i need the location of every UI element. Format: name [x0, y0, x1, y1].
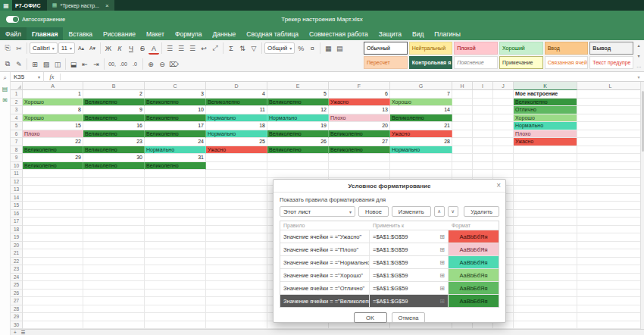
gallery-down-icon[interactable]: ▾	[637, 52, 639, 60]
cell-C24[interactable]	[145, 274, 206, 282]
cell-B1[interactable]: 2	[83, 90, 145, 99]
column-header-E[interactable]: E	[267, 82, 329, 90]
cell-A30[interactable]	[23, 321, 83, 330]
cell-C29[interactable]	[145, 313, 206, 321]
cell-A7[interactable]: 22	[23, 138, 83, 146]
cell-H3[interactable]	[452, 106, 473, 114]
cell-L21[interactable]	[577, 249, 644, 258]
cell-B17[interactable]	[83, 218, 145, 226]
cell-A27[interactable]	[23, 297, 83, 305]
row-header-14[interactable]: 14	[11, 194, 23, 202]
cell-C26[interactable]	[145, 290, 206, 298]
copy-icon[interactable]: ⧉	[2, 58, 13, 70]
ok-button[interactable]: OK	[354, 312, 387, 323]
cell-E11[interactable]	[267, 170, 329, 178]
gallery-more-icon[interactable]: ⋯	[636, 63, 641, 70]
row-header-12[interactable]: 12	[11, 178, 23, 186]
cell-D16[interactable]	[206, 210, 267, 218]
cell-H7[interactable]	[452, 138, 473, 146]
cell-I5[interactable]	[473, 122, 493, 130]
cell-C27[interactable]	[145, 297, 206, 305]
cell-B19[interactable]	[83, 233, 145, 242]
sheet-list-icon[interactable]: ☰	[21, 330, 26, 335]
cell-J8[interactable]	[493, 146, 514, 155]
number-format-select[interactable]: Общий▾	[264, 42, 295, 54]
cell-I11[interactable]	[473, 170, 493, 178]
cell-I9[interactable]	[473, 154, 493, 162]
cell-G8[interactable]: Нормально	[390, 146, 452, 155]
cell-D20[interactable]	[206, 242, 267, 250]
cell-B30[interactable]	[83, 321, 145, 330]
cell-F5[interactable]: 20	[329, 122, 390, 130]
cell-B8[interactable]: Великолепно	[83, 146, 145, 155]
cell-L19[interactable]	[577, 233, 644, 242]
cell-D14[interactable]	[206, 194, 267, 202]
cell-C18[interactable]	[145, 226, 206, 234]
filter-icon[interactable]: ▽	[249, 42, 259, 55]
cell-C20[interactable]	[145, 242, 206, 250]
cell-K18[interactable]	[514, 226, 577, 234]
cell-D12[interactable]	[206, 178, 267, 186]
rule-row-2[interactable]: Значение ячейки = ="Плохо"=$A$1:$G$59⊞Аа…	[280, 243, 499, 256]
row-header-7[interactable]: 7	[11, 138, 23, 146]
cell-G5[interactable]: 21	[390, 122, 452, 130]
cell-H11[interactable]	[452, 170, 473, 178]
cell-A11[interactable]	[23, 170, 83, 178]
cell-J10[interactable]	[493, 162, 514, 171]
gallery-up-icon[interactable]: ▴	[637, 42, 639, 49]
column-header-I[interactable]: I	[473, 82, 493, 90]
cell-A25[interactable]	[23, 281, 83, 290]
column-header-D[interactable]: D	[206, 82, 267, 90]
cell-H2[interactable]	[452, 99, 473, 107]
cell-D30[interactable]	[206, 321, 267, 330]
cell-style-Контрольная я[interactable]: Контрольная я	[409, 56, 453, 69]
cell-C17[interactable]	[145, 218, 206, 226]
row-header-4[interactable]: 4	[11, 114, 23, 123]
column-header-L[interactable]: L	[577, 82, 644, 90]
rule-row-1[interactable]: Значение ячейки = ="Ужасно"=$A$1:$G$59⊞А…	[280, 230, 499, 243]
cell-B28[interactable]	[83, 305, 145, 314]
cell-L25[interactable]	[577, 281, 644, 290]
cell-H9[interactable]	[452, 154, 473, 162]
cell-D6[interactable]: Нормально	[206, 130, 267, 139]
menu-tab-Плагины[interactable]: Плагины	[429, 27, 465, 40]
cell-A6[interactable]: Плохо	[23, 130, 83, 139]
cell-A12[interactable]	[23, 178, 83, 186]
cell-L11[interactable]	[577, 170, 644, 178]
italic-icon[interactable]: К	[114, 42, 125, 55]
cell-D18[interactable]	[206, 226, 267, 234]
cell-L9[interactable]	[577, 154, 644, 162]
select-range-icon[interactable]: ⊞	[439, 298, 445, 305]
row-header-15[interactable]: 15	[11, 202, 23, 210]
cell-D23[interactable]	[206, 265, 267, 274]
cell-F3[interactable]: 13	[329, 106, 390, 114]
cell-B27[interactable]	[83, 297, 145, 305]
cell-L23[interactable]	[577, 265, 644, 274]
cell-G10[interactable]	[390, 162, 452, 171]
cell-A19[interactable]	[23, 233, 83, 242]
row-header-10[interactable]: 10	[11, 162, 23, 171]
cell-E4[interactable]: Нормально	[267, 114, 329, 123]
row-header-24[interactable]: 24	[11, 274, 23, 282]
cell-I6[interactable]	[473, 130, 493, 139]
app-menu-icon[interactable]: ▦	[0, 0, 12, 11]
cell-A4[interactable]: Хорошо	[23, 114, 83, 123]
cell-J3[interactable]	[493, 106, 514, 114]
cell-G4[interactable]: Великолепно	[390, 114, 452, 123]
font-name-select[interactable]: Calibri▾	[30, 42, 58, 54]
column-header-A[interactable]: A	[23, 82, 83, 90]
sort-icon[interactable]: ⇅	[237, 42, 248, 55]
cell-E10[interactable]	[267, 162, 329, 171]
cell-L10[interactable]	[577, 162, 644, 171]
cell-L27[interactable]	[577, 297, 644, 305]
cell-E6[interactable]: Великолепно	[267, 130, 329, 139]
menu-tab-Вид[interactable]: Вид	[407, 27, 429, 40]
cell-L18[interactable]	[577, 226, 644, 234]
cell-A28[interactable]	[23, 305, 83, 314]
cell-C6[interactable]: Великолепно	[145, 130, 206, 139]
row-header-5[interactable]: 5	[11, 122, 23, 130]
cell-style-Ввод[interactable]: Ввод	[545, 42, 589, 55]
font-size-select[interactable]: 11▾	[58, 42, 75, 54]
cell-D22[interactable]	[206, 258, 267, 266]
menu-tab-Файл[interactable]: Файл	[0, 27, 27, 40]
